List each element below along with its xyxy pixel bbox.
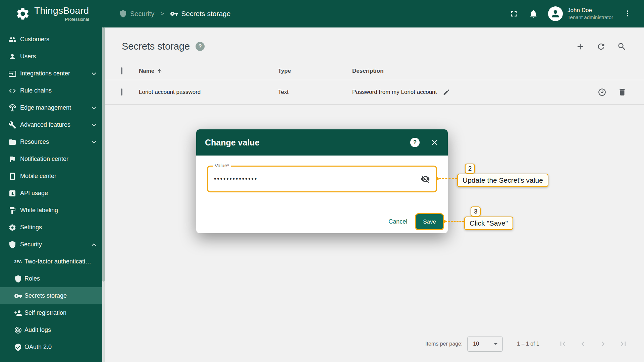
- fullscreen-icon: [509, 9, 519, 18]
- delete-secret-button[interactable]: [618, 88, 627, 97]
- sidebar-item-api-usage[interactable]: API usage: [0, 185, 105, 202]
- download-secret-button[interactable]: [598, 88, 606, 97]
- user-menu[interactable]: John Doe Tenant administrator: [548, 6, 613, 21]
- edit-description-button[interactable]: [443, 88, 450, 96]
- breadcrumb-page[interactable]: Secrets storage: [181, 10, 230, 18]
- sidebar-item-label: Integrations center: [20, 70, 90, 77]
- sidebar-item-edge-management[interactable]: Edge management: [0, 99, 105, 116]
- table-row[interactable]: Loriot account password Text Password fr…: [105, 80, 644, 105]
- search-button[interactable]: [617, 42, 627, 51]
- callout-2-connector-line: [439, 178, 457, 179]
- advanced-features-icon: [8, 121, 16, 129]
- column-label: Type: [278, 68, 291, 74]
- sidebar-scrollbar-thumb[interactable]: [102, 27, 105, 282]
- dialog-close-button[interactable]: [430, 138, 439, 147]
- column-label: Description: [352, 68, 384, 74]
- sidebar-item-label: Roles: [24, 275, 98, 282]
- row-checkbox-cell: [105, 89, 139, 95]
- customers-icon: [8, 36, 16, 44]
- items-per-page-label: Items per page:: [425, 341, 463, 347]
- callout-step-2-badge: 2: [465, 164, 475, 174]
- chevron-down-icon: [90, 69, 98, 78]
- sidebar-item-advanced-features[interactable]: Advanced features: [0, 116, 105, 133]
- sidebar-item-rule-chains[interactable]: Rule chains: [0, 82, 105, 99]
- sidebar-item-roles[interactable]: Roles: [0, 270, 105, 287]
- dialog-footer: Cancel Save: [388, 214, 443, 229]
- items-per-page-select[interactable]: 10: [467, 337, 503, 352]
- notifications-button[interactable]: [529, 9, 538, 18]
- chevron-down-icon: [90, 104, 98, 112]
- add-secret-button[interactable]: [576, 42, 585, 51]
- fullscreen-button[interactable]: [509, 9, 519, 18]
- breadcrumb-separator: >: [160, 10, 164, 17]
- sidebar-item-label: Secrets storage: [24, 292, 98, 299]
- refresh-icon: [596, 42, 606, 51]
- row-checkbox[interactable]: [121, 88, 122, 96]
- last-page-button[interactable]: [619, 339, 628, 349]
- secrets-table: Name Type Description Loriot account pas…: [105, 62, 644, 105]
- callout-step-3-badge: 3: [471, 206, 481, 217]
- toggle-visibility-button[interactable]: [421, 174, 430, 184]
- sidebar-item-audit-logs[interactable]: Audit logs: [0, 321, 105, 339]
- next-page-button[interactable]: [598, 339, 608, 349]
- refresh-button[interactable]: [596, 42, 606, 51]
- logo[interactable]: ThingsBoard Professional: [0, 6, 105, 22]
- topbar-actions: John Doe Tenant administrator: [509, 6, 644, 21]
- breadcrumb-section[interactable]: Security: [130, 10, 154, 18]
- person-add-icon: [14, 309, 22, 317]
- change-value-dialog: Change value ? Value* Cancel Save: [196, 129, 448, 233]
- breadcrumb: Security > Secrets storage: [119, 10, 230, 18]
- column-header-type[interactable]: Type: [278, 68, 352, 74]
- sidebar-item-mobile-center[interactable]: Mobile center: [0, 168, 105, 185]
- sidebar-item-label: Audit logs: [24, 326, 98, 334]
- select-all-checkbox[interactable]: [121, 67, 122, 74]
- sidebar-item-resources[interactable]: Resources: [0, 133, 105, 150]
- key-icon: [170, 10, 178, 18]
- sidebar: Customers Users Integrations center Rule…: [0, 27, 105, 362]
- sidebar-item-integrations-center[interactable]: Integrations center: [0, 65, 105, 82]
- chevron-down-icon: [90, 121, 98, 129]
- sort-ascending-icon: [157, 68, 163, 74]
- secret-description: Password from my Loriot account: [352, 89, 437, 96]
- sidebar-item-secrets-storage[interactable]: Secrets storage: [0, 287, 105, 304]
- cancel-button[interactable]: Cancel: [388, 218, 407, 225]
- logo-title: ThingsBoard: [34, 6, 89, 15]
- bell-icon: [529, 9, 538, 18]
- sidebar-item-customers[interactable]: Customers: [0, 31, 105, 48]
- secret-description-cell: Password from my Loriot account: [352, 88, 574, 96]
- sidebar-item-label: Mobile center: [20, 173, 98, 180]
- sidebar-item-white-labeling[interactable]: White labeling: [0, 202, 105, 219]
- sidebar-item-security[interactable]: Security: [0, 236, 105, 253]
- items-per-page-value: 10: [473, 341, 492, 347]
- callout-2-connector-dot: [436, 177, 439, 180]
- help-icon[interactable]: ?: [196, 42, 205, 51]
- sidebar-item-oauth[interactable]: OAuth 2.0: [0, 339, 105, 356]
- value-input[interactable]: [214, 176, 421, 183]
- sidebar-item-label: Two-factor authenticati…: [24, 258, 98, 265]
- sidebar-item-users[interactable]: Users: [0, 48, 105, 65]
- sidebar-item-label: Rule chains: [20, 87, 98, 94]
- roles-icon: [14, 275, 22, 283]
- paginator: Items per page: 10 1 – 1 of 1: [105, 333, 644, 355]
- sidebar-item-two-factor-authentication[interactable]: 2FA Two-factor authenticati…: [0, 253, 105, 270]
- api-usage-icon: [8, 189, 16, 197]
- sidebar-nav: Customers Users Integrations center Rule…: [0, 31, 105, 356]
- avatar: [548, 6, 563, 21]
- row-actions: [574, 88, 644, 97]
- mobile-icon: [8, 172, 16, 180]
- kebab-menu-button[interactable]: [623, 9, 633, 18]
- sidebar-item-notification-center[interactable]: Notification center: [0, 150, 105, 168]
- oauth-icon: [14, 343, 22, 351]
- dialog-help-icon[interactable]: ?: [410, 138, 420, 147]
- callout-step-3-label: Click "Save": [464, 217, 513, 230]
- page-header: Secrets storage ?: [105, 27, 644, 52]
- first-page-button[interactable]: [558, 339, 568, 349]
- previous-page-button[interactable]: [578, 339, 588, 349]
- logo-text: ThingsBoard Professional: [34, 6, 89, 22]
- sidebar-item-settings[interactable]: Settings: [0, 219, 105, 236]
- save-button[interactable]: Save: [416, 214, 443, 229]
- column-header-name[interactable]: Name: [139, 68, 278, 74]
- header-checkbox-cell: [105, 68, 139, 74]
- sidebar-item-self-registration[interactable]: Self registration: [0, 304, 105, 321]
- column-header-description[interactable]: Description: [352, 68, 574, 74]
